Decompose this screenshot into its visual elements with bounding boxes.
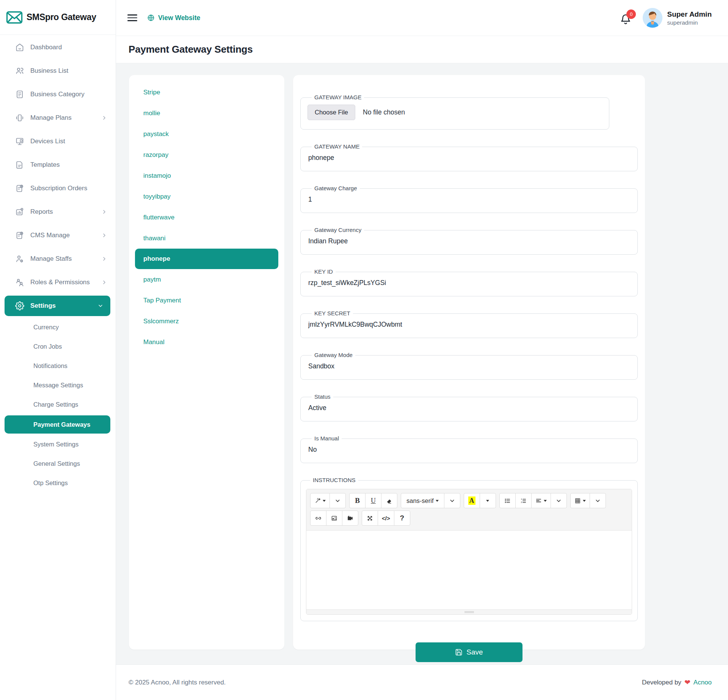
sidebar-item-dashboard[interactable]: Dashboard [0,36,116,59]
gateway-item-manual[interactable]: Manual [129,332,284,352]
resize-grip-icon [464,611,474,614]
underline-button[interactable]: U [365,493,381,508]
gateway-item-flutterwave[interactable]: flutterwave [129,207,284,228]
users-icon [15,66,24,75]
gateway-item-stripe[interactable]: Stripe [129,82,284,103]
home-icon [15,43,24,52]
developed-by: Developed by ❤ Acnoo [642,678,712,687]
sidebar-item-label: Dashboard [30,44,62,51]
app-root: SMSpro Gateway Dashboard Business List B… [0,0,728,700]
chevron-down-icon [97,303,104,309]
font-color-button[interactable]: A [464,493,480,508]
sidebar-subitem-message-settings[interactable]: Message Settings [0,376,116,395]
sidebar-item-manage-plans[interactable]: Manage Plans [0,106,116,130]
save-button[interactable]: Save [416,642,522,662]
sidebar-subitem-currency[interactable]: Currency [0,318,116,337]
ordered-list-button[interactable]: 12 [515,493,532,508]
picture-icon [331,515,337,521]
sidebar-item-label: Manage Staffs [30,255,72,263]
style-chevron-button[interactable] [329,493,346,508]
gateway-charge-input[interactable]: 1 [308,196,631,204]
status-select[interactable]: Active [308,404,631,412]
notifications-button[interactable]: 0 [620,10,633,25]
sidebar-item-business-list[interactable]: Business List [0,59,116,83]
sidebar-item-cms-manage[interactable]: CMS Manage [0,224,116,247]
developer-brand-link[interactable]: Acnoo [693,679,712,686]
gateway-item-paystack[interactable]: paystack [129,124,284,144]
table-button[interactable] [570,493,590,508]
sidebar-subitem-otp-settings[interactable]: Otp Settings [0,473,116,493]
code-view-button[interactable]: </> [378,511,394,526]
unordered-list-button[interactable] [499,493,516,508]
insert-link-button[interactable] [310,511,326,526]
gateway-item-tap-payment[interactable]: Tap Payment [129,290,284,311]
sidebar-subitem-cron-jobs[interactable]: Cron Jobs [0,337,116,356]
bold-button[interactable]: B [349,493,366,508]
gateway-item-thawani[interactable]: thawani [129,228,284,249]
insert-video-button[interactable] [342,511,358,526]
brand-logo[interactable]: SMSpro Gateway [0,0,116,35]
sidebar-subitem-system-settings[interactable]: System Settings [0,435,116,454]
paragraph-chevron-button[interactable] [551,493,567,508]
font-family-chevron-button[interactable] [444,493,460,508]
eraser-icon [386,498,392,504]
user-meta[interactable]: Super Admin superadmin [667,9,712,26]
sidebar-subitem-general-settings[interactable]: General Settings [0,454,116,473]
sidebar-item-label: Templates [30,161,60,169]
save-floppy-icon [455,648,463,656]
gateway-name-input[interactable]: phonepe [308,154,631,162]
field-gateway-name: GATEWAY NAME phonepe [300,143,638,171]
people-icon [15,278,24,287]
table-chevron-button[interactable] [590,493,606,508]
insert-image-button[interactable] [326,511,342,526]
sidebar-item-subscription-orders[interactable]: Subscription Orders [0,177,116,200]
sidebar-item-reports[interactable]: Reports [0,200,116,224]
gateway-item-paytm[interactable]: paytm [129,269,284,290]
hamburger-menu-icon[interactable] [127,13,137,23]
magic-wand-icon [314,498,321,504]
sidebar-subitem-notifications[interactable]: Notifications [0,356,116,376]
sidebar-subitem-charge-settings[interactable]: Charge Settings [0,395,116,414]
gateway-item-instamojo[interactable]: instamojo [129,165,284,186]
view-website-link[interactable]: View Website [147,14,200,22]
gateway-item-sslcommerz[interactable]: Sslcommerz [129,311,284,332]
gateway-item-mollie[interactable]: mollie [129,103,284,124]
gateway-list-card: Stripe mollie paystack razorpay instamoj… [129,75,284,650]
help-button[interactable]: ? [394,511,410,526]
sidebar-subitem-label: General Settings [33,460,80,467]
key-secret-input[interactable]: jmlzYyrRVMLkC9BwqCJOwbmt [308,321,631,329]
sidebar-item-devices-list[interactable]: Devices List [0,130,116,153]
avatar-illustration [643,8,662,28]
field-gateway-mode: Gateway Mode Sandbox [300,351,638,380]
key-id-input[interactable]: rzp_test_siWkeZjPLsYGSi [308,279,631,287]
font-family-button[interactable]: sans-serif [401,493,444,508]
magic-style-button[interactable] [310,493,330,508]
avatar[interactable] [643,8,662,28]
field-instructions: INSTRUCTIONS [300,476,638,621]
sidebar-item-settings[interactable]: Settings [5,296,110,316]
gateway-item-razorpay[interactable]: razorpay [129,144,284,165]
sidebar-subitem-payment-gateways[interactable]: Payment Gateways [5,415,110,434]
paragraph-align-button[interactable] [531,493,551,508]
editor-resize-handle[interactable] [306,609,632,614]
gateway-item-toyyibpay[interactable]: toyyibpay [129,186,284,207]
sidebar-item-business-category[interactable]: Business Category [0,83,116,106]
choose-file-button[interactable]: Choose File [308,105,355,120]
titlebar: Payment Gateway Settings [116,36,728,63]
file-check-icon [15,231,24,240]
is-manual-select[interactable]: No [308,446,631,454]
gateway-item-phonepe-active[interactable]: phonepe [135,249,278,269]
gateway-currency-select[interactable]: Indian Rupee [308,237,631,245]
sidebar-item-roles-permissions[interactable]: Roles & Permissions [0,271,116,294]
dropdown-caret [544,500,547,502]
gateway-mode-select[interactable]: Sandbox [308,362,631,370]
sidebar-item-templates[interactable]: Templates [0,153,116,177]
clear-format-button[interactable] [381,493,397,508]
fullscreen-button[interactable] [362,511,378,526]
gateway-form-card: GATEWAY IMAGE Choose File No file chosen… [293,75,645,650]
font-color-caret-button[interactable] [480,493,496,508]
sidebar-item-manage-staffs[interactable]: Manage Staffs [0,247,116,271]
instructions-editor-area[interactable] [306,531,632,609]
numbered-list-icon: 12 [520,498,527,504]
dropdown-caret [486,500,489,502]
